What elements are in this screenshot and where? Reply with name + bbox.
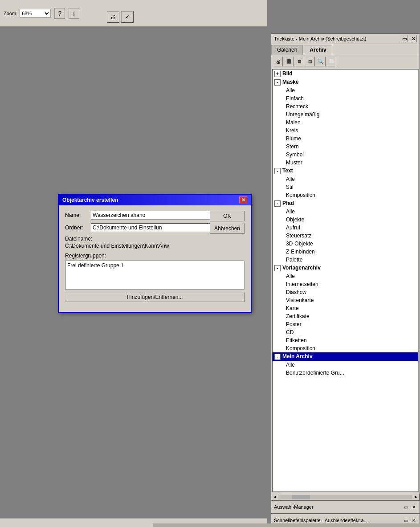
expand-mein-archiv[interactable]: - bbox=[274, 354, 281, 360]
tree-item-maske-malen[interactable]: Malen bbox=[273, 118, 418, 127]
tree-item-pfad[interactable]: -Pfad bbox=[273, 199, 418, 208]
panel-extra-icon[interactable]: ⬜ bbox=[326, 57, 336, 66]
tree-item-vorl-etiketten[interactable]: Etiketten bbox=[273, 336, 418, 344]
tree-item-mein-benutzerdefinierte[interactable]: Benutzerdefinierte Gru... bbox=[273, 369, 418, 377]
panel-title-icons: ▭ ✕ bbox=[401, 35, 417, 42]
dialog-close-button[interactable]: ✕ bbox=[239, 196, 247, 204]
panel-title-text: Trickkiste - Mein Archiv (Schreibgeschüt… bbox=[274, 36, 366, 41]
bottom-panel-schnell-restore-icon[interactable]: ▭ bbox=[403, 517, 409, 523]
dialog-buttons: OK Abbrechen bbox=[210, 211, 245, 234]
expand-text[interactable]: - bbox=[274, 168, 281, 174]
dialog-filename-label: Dateiname: bbox=[65, 236, 245, 242]
dialog-groups-list: Frei definierte Gruppe 1 bbox=[65, 261, 245, 290]
tree-item-maske-rechteck[interactable]: Rechteck bbox=[273, 102, 418, 110]
expand-pfad[interactable]: - bbox=[274, 200, 281, 207]
panel-view2-icon[interactable]: ▦ bbox=[294, 57, 304, 66]
tree-item-vorl-komposition[interactable]: Komposition bbox=[273, 344, 418, 352]
tree-item-pfad-3dobjekte[interactable]: 3D-Objekte bbox=[273, 240, 418, 248]
expand-vorlagenarchiv[interactable]: - bbox=[274, 265, 281, 271]
toolbar-print-icon[interactable]: 🖨 bbox=[107, 11, 119, 23]
tree-item-vorl-cd[interactable]: CD bbox=[273, 328, 418, 336]
tree-item-text-komposition[interactable]: Komposition bbox=[273, 191, 418, 199]
bottom-panel-schnell-icons: ▭ ✕ bbox=[403, 517, 417, 523]
expand-maske[interactable]: - bbox=[274, 79, 281, 86]
dialog-groups-section: Registergruppen: Frei definierte Gruppe … bbox=[65, 253, 245, 302]
dialog-cancel-button[interactable]: Abbrechen bbox=[210, 223, 245, 234]
dialog-groups-list-item[interactable]: Frei definierte Gruppe 1 bbox=[66, 262, 243, 269]
dialog-objektarchiv: Objektarchiv erstellen ✕ Name: Ordner: .… bbox=[58, 194, 252, 313]
scroll-right-arrow[interactable]: ▶ bbox=[412, 494, 420, 501]
tree-item-mein-archiv[interactable]: -Mein Archiv bbox=[273, 352, 418, 361]
dialog-ordner-label: Ordner: bbox=[65, 225, 91, 231]
tree-item-vorl-karte[interactable]: Karte bbox=[273, 304, 418, 312]
zoom-select[interactable]: 68% 50% 100% bbox=[20, 9, 51, 18]
panel-close-icon[interactable]: ✕ bbox=[410, 35, 417, 42]
tree-item-pfad-zeinbinden[interactable]: Z-Einbinden bbox=[273, 248, 418, 256]
bottom-panels-container: Auswahl-Manager ▭ ✕ Schnellbefehlspalett… bbox=[271, 500, 420, 527]
tree-item-maske-kreis[interactable]: Kreis bbox=[273, 127, 418, 135]
tab-galerien[interactable]: Galerien bbox=[271, 45, 303, 55]
tree-item-maske[interactable]: -Maske bbox=[273, 78, 418, 86]
tree-item-maske-symbol[interactable]: Symbol bbox=[273, 151, 418, 159]
dialog-title-bar: Objektarchiv erstellen ✕ bbox=[59, 195, 251, 205]
tree-item-vorl-alle[interactable]: Alle bbox=[273, 272, 418, 280]
tree-item-vorlagenarchiv[interactable]: -Vorlagenarchiv bbox=[273, 264, 418, 272]
panel-tabs: Galerien Archiv bbox=[271, 44, 420, 55]
expand-bild[interactable]: + bbox=[274, 71, 281, 77]
tree-item-text[interactable]: -Text bbox=[273, 167, 418, 175]
tree-item-text-alle[interactable]: Alle bbox=[273, 175, 418, 183]
dialog-ok-button[interactable]: OK bbox=[210, 211, 245, 221]
tree-item-maske-alle[interactable]: Alle bbox=[273, 86, 418, 94]
tab-archiv[interactable]: Archiv bbox=[304, 45, 332, 55]
archive-tree[interactable]: +Bild -Maske Alle Einfach Rechteck Unreg… bbox=[272, 69, 419, 492]
panel-print-icon[interactable]: 🖨 bbox=[273, 57, 283, 66]
dialog-title-text: Objektarchiv erstellen bbox=[62, 197, 118, 203]
toolbar-info-icon[interactable]: i bbox=[69, 8, 79, 19]
tree-item-pfad-alle[interactable]: Alle bbox=[273, 208, 418, 216]
tree-item-pfad-aufruf[interactable]: Aufruf bbox=[273, 224, 418, 232]
tree-item-maske-einfach[interactable]: Einfach bbox=[273, 94, 418, 102]
tree-item-mein-alle[interactable]: Alle bbox=[273, 361, 418, 369]
toolbar-check-icon[interactable]: ✓ bbox=[121, 11, 134, 23]
tree-item-pfad-objekte[interactable]: Objekte bbox=[273, 216, 418, 224]
tree-item-text-stil[interactable]: Stil bbox=[273, 183, 418, 191]
dialog-content: Name: Ordner: ... Dateiname: C:\Dokument… bbox=[59, 205, 251, 312]
panel-view1-icon[interactable]: ⬛ bbox=[284, 57, 294, 66]
tree-item-vorl-internetseiten[interactable]: Internetseiten bbox=[273, 280, 418, 288]
scroll-left-arrow[interactable]: ◀ bbox=[271, 494, 278, 501]
tree-item-vorl-zertifikate[interactable]: Zertifikate bbox=[273, 312, 418, 320]
bottom-panel-close-icon[interactable]: ✕ bbox=[411, 504, 417, 510]
panel-search-icon[interactable]: 🔍 bbox=[316, 57, 326, 66]
tree-item-maske-muster[interactable]: Muster bbox=[273, 159, 418, 167]
tree-item-vorl-visitenkarte[interactable]: Visitenkarte bbox=[273, 296, 418, 304]
panel-restore-icon[interactable]: ▭ bbox=[401, 35, 408, 42]
scroll-thumb-area bbox=[279, 495, 412, 499]
dialog-add-remove-button[interactable]: Hinzufügen/Entfernen... bbox=[65, 292, 245, 302]
panel-title-bar: Trickkiste - Mein Archiv (Schreibgeschüt… bbox=[271, 34, 420, 44]
horizontal-scrollbar[interactable]: ◀ ▶ bbox=[271, 493, 420, 501]
tree-item-maske-unregelmaessig[interactable]: Unregelmäßig bbox=[273, 110, 418, 118]
bottom-panel-schnell-label: Schnellbefehlspalette - Ausblendeeffekt … bbox=[274, 518, 368, 523]
bottom-panel-schnell-close-icon[interactable]: ✕ bbox=[411, 517, 417, 523]
panel-view3-icon[interactable]: ▤ bbox=[305, 57, 315, 66]
dialog-name-label: Name: bbox=[65, 212, 91, 218]
tree-item-maske-stern[interactable]: Stern bbox=[273, 143, 418, 151]
tree-item-maske-blume[interactable]: Blume bbox=[273, 135, 418, 143]
bottom-panel-auswahl: Auswahl-Manager ▭ ✕ bbox=[271, 500, 420, 514]
dialog-filename-section: Dateiname: C:\Dokumente und Einstellunge… bbox=[65, 236, 245, 249]
toolbar-help-icon[interactable]: ? bbox=[54, 8, 65, 19]
tree-item-vorl-poster[interactable]: Poster bbox=[273, 320, 418, 328]
dialog-filename-text: C:\Dokumente und Einstellungen\Karin\Anw bbox=[65, 243, 169, 249]
tree-item-vorl-diashow[interactable]: Diashow bbox=[273, 288, 418, 296]
tree-item-pfad-palette[interactable]: Palette bbox=[273, 256, 418, 264]
resize-grip[interactable] bbox=[153, 523, 420, 527]
tree-item-bild[interactable]: +Bild bbox=[273, 69, 418, 78]
zoom-label: Zoom bbox=[4, 11, 16, 16]
dialog-groups-label: Registergruppen: bbox=[65, 253, 245, 259]
bottom-panel-restore-icon[interactable]: ▭ bbox=[403, 504, 409, 510]
right-panel: Trickkiste - Mein Archiv (Schreibgeschüt… bbox=[271, 33, 420, 501]
scroll-thumb[interactable] bbox=[292, 495, 310, 499]
toolbar-row2: 🖨 ✓ bbox=[107, 11, 134, 23]
bottom-panel-auswahl-icons: ▭ ✕ bbox=[403, 504, 417, 510]
tree-item-pfad-steuersatz[interactable]: Steuersatz bbox=[273, 232, 418, 240]
